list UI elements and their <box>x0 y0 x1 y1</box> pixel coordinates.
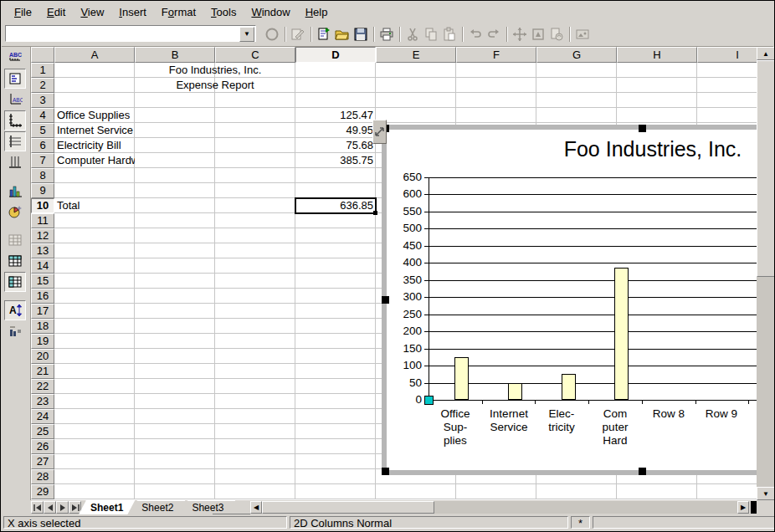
cell-B1[interactable]: Foo Industries, Inc. <box>135 63 295 78</box>
row-header-3[interactable]: 3 <box>31 93 54 108</box>
row-header-18[interactable]: 18 <box>31 319 54 334</box>
scroll-up-button[interactable]: ▲ <box>757 47 775 60</box>
y-axis-line[interactable] <box>429 177 429 401</box>
row-header-10[interactable]: 10 <box>31 198 54 213</box>
cell-A6[interactable]: Electricity Bill <box>54 138 135 153</box>
menu-item-tools[interactable]: Tools <box>203 3 244 21</box>
save-icon[interactable] <box>352 25 370 43</box>
sheet-prev-button[interactable] <box>44 501 56 514</box>
cell-A10[interactable]: Total <box>54 198 135 213</box>
sheet-next-button[interactable] <box>56 501 69 514</box>
embedded-chart[interactable]: Foo Industries, Inc. 0501001502002503003… <box>382 125 757 475</box>
menu-item-format[interactable]: Format <box>154 3 203 21</box>
cell-D7[interactable]: 385.75 <box>295 153 376 168</box>
column-header-I[interactable]: I <box>697 47 757 63</box>
row-header-2[interactable]: 2 <box>31 78 54 93</box>
row-header-15[interactable]: 15 <box>31 274 54 289</box>
chart-legend-icon[interactable] <box>4 69 26 89</box>
row-header-1[interactable]: 1 <box>31 63 54 78</box>
data-in-columns-icon[interactable] <box>4 272 26 292</box>
row-header-22[interactable]: 22 <box>31 379 54 394</box>
menu-item-insert[interactable]: Insert <box>111 3 154 21</box>
open-icon[interactable] <box>333 25 352 43</box>
row-header-6[interactable]: 6 <box>31 138 54 153</box>
row-header-26[interactable]: 26 <box>31 439 54 454</box>
axis-selection-handle[interactable] <box>424 396 434 405</box>
row-header-20[interactable]: 20 <box>31 349 54 364</box>
cell-B2[interactable]: Expense Report <box>135 78 295 93</box>
select-all-corner[interactable] <box>31 47 54 63</box>
hscroll-left-button[interactable]: ◀ <box>250 501 262 514</box>
row-header-25[interactable]: 25 <box>31 424 54 439</box>
menu-item-file[interactable]: File <box>7 3 39 21</box>
row-header-29[interactable]: 29 <box>31 484 54 499</box>
chart-type-icon[interactable] <box>4 181 26 201</box>
print-icon[interactable] <box>377 25 396 43</box>
horizontal-grid-icon[interactable] <box>4 131 26 151</box>
column-header-H[interactable]: H <box>617 47 697 63</box>
row-header-17[interactable]: 17 <box>31 304 54 319</box>
chevron-down-icon[interactable]: ▼ <box>239 27 254 42</box>
row-header-8[interactable]: 8 <box>31 168 54 183</box>
sheet-tab-sheet1[interactable]: Sheet1 <box>79 500 135 514</box>
row-header-24[interactable]: 24 <box>31 409 54 424</box>
menu-item-window[interactable]: Window <box>244 3 297 21</box>
sheet-tab-sheet2[interactable]: Sheet2 <box>130 500 185 514</box>
row-header-19[interactable]: 19 <box>31 334 54 349</box>
cell-D5[interactable]: 49.95 <box>295 123 376 138</box>
row-header-4[interactable]: 4 <box>31 108 54 123</box>
vscroll-thumb[interactable] <box>757 60 775 277</box>
cell-D4[interactable]: 125.47 <box>295 108 376 123</box>
column-header-E[interactable]: E <box>376 47 456 63</box>
row-header-21[interactable]: 21 <box>31 364 54 379</box>
chart-autoformat-icon[interactable] <box>4 202 26 222</box>
menu-item-help[interactable]: Help <box>298 3 336 21</box>
cell-A4[interactable]: Office Supplies <box>54 108 135 123</box>
axes-titles-icon[interactable]: ABC <box>4 90 26 110</box>
column-header-F[interactable]: F <box>456 47 536 63</box>
url-combobox[interactable]: ▼ <box>5 25 256 42</box>
cell-D6[interactable]: 75.68 <box>295 138 376 153</box>
window-splitter-handle[interactable] <box>751 501 757 514</box>
vertical-scrollbar[interactable]: ▲ ▼ <box>757 47 775 500</box>
object-handle-bottom-middle[interactable] <box>639 468 646 475</box>
row-header-9[interactable]: 9 <box>31 183 54 198</box>
cell-A7[interactable]: Computer Hardware <box>54 153 135 168</box>
bar-3[interactable] <box>562 374 576 400</box>
row-header-27[interactable]: 27 <box>31 454 54 469</box>
row-header-28[interactable]: 28 <box>31 469 54 484</box>
column-header-D[interactable]: D <box>295 47 376 63</box>
reorganize-chart-icon[interactable] <box>4 321 26 341</box>
row-header-5[interactable]: 5 <box>31 123 54 138</box>
column-header-B[interactable]: B <box>135 47 215 63</box>
column-header-C[interactable]: C <box>215 47 295 63</box>
row-header-12[interactable]: 12 <box>31 228 54 243</box>
bar-2[interactable] <box>508 383 522 400</box>
hscroll-right-button[interactable]: ▶ <box>737 501 749 514</box>
fill-handle[interactable] <box>373 211 377 215</box>
chart-title[interactable]: Foo Industries, Inc. <box>564 137 742 161</box>
menu-item-edit[interactable]: Edit <box>39 3 73 21</box>
row-header-23[interactable]: 23 <box>31 394 54 409</box>
row-header-11[interactable]: 11 <box>31 213 54 228</box>
hscroll-thumb[interactable] <box>262 501 434 514</box>
scale-text-icon[interactable]: A <box>4 300 26 320</box>
row-header-13[interactable]: 13 <box>31 243 54 258</box>
object-handle-bottom-left[interactable] <box>382 468 389 475</box>
bar-4[interactable] <box>614 268 629 400</box>
row-header-14[interactable]: 14 <box>31 258 54 274</box>
sheet-last-button[interactable] <box>69 501 81 514</box>
scroll-down-button[interactable]: ▼ <box>757 487 775 500</box>
menu-item-view[interactable]: View <box>73 3 111 21</box>
object-handle-middle-left[interactable] <box>382 296 389 304</box>
sheet-first-button[interactable] <box>31 501 44 514</box>
chart-titles-icon[interactable]: ABC <box>4 48 26 68</box>
object-handle-top-middle[interactable] <box>639 125 646 132</box>
cell-A5[interactable]: Internet Service <box>54 123 135 138</box>
vertical-grid-icon[interactable] <box>4 152 26 172</box>
data-in-rows-icon[interactable] <box>4 251 26 271</box>
row-header-7[interactable]: 7 <box>31 153 54 168</box>
spreadsheet-grid[interactable]: ABCDEFGHI 123456789101112131415161718192… <box>31 47 757 500</box>
bar-1[interactable] <box>454 357 469 400</box>
row-header-16[interactable]: 16 <box>31 289 54 304</box>
